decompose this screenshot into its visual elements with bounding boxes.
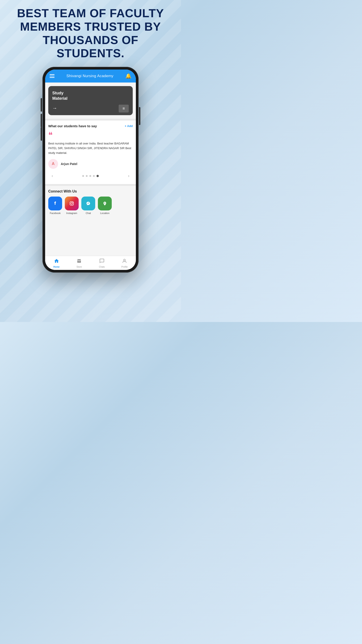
chats-icon: [99, 258, 105, 265]
svg-point-3: [104, 202, 105, 204]
carousel-dots: [82, 175, 99, 177]
study-card-icon: [119, 105, 129, 112]
dot-4[interactable]: [93, 175, 95, 177]
study-material-card[interactable]: StudyMaterial →: [48, 86, 133, 115]
nav-chats[interactable]: Chats: [90, 256, 113, 270]
facebook-item[interactable]: Facebook: [48, 196, 62, 214]
profile-icon: [122, 258, 127, 265]
app-title: Shivangi Nursing Academy: [66, 74, 113, 78]
home-icon: [54, 258, 59, 265]
chat-icon: [81, 196, 95, 210]
connect-section: Connect With Us Facebook: [45, 186, 136, 217]
bell-icon[interactable]: 🔔: [125, 73, 131, 79]
headline-section: BEST TEAM OF FACULTY MEMBERS TRUSTED BY …: [0, 0, 181, 64]
section-divider: [45, 119, 136, 120]
bottom-nav: Home Store Chats: [45, 256, 136, 270]
location-label: Location: [100, 212, 109, 214]
app-topbar: Shivangi Nursing Academy 🔔: [45, 70, 136, 82]
dot-5[interactable]: [96, 175, 99, 177]
connect-title: Connect With Us: [48, 190, 133, 194]
dot-1[interactable]: [82, 175, 84, 177]
add-button[interactable]: + Add: [125, 124, 133, 128]
instagram-item[interactable]: Instagram: [65, 196, 79, 214]
testimonials-section: What our students have to say + Add ❝ Be…: [45, 120, 136, 184]
chats-label: Chats: [99, 266, 105, 268]
study-card-arrow: →: [52, 105, 57, 111]
facebook-icon: [48, 196, 62, 210]
reviewer-avatar: A: [48, 159, 58, 169]
nav-store[interactable]: Store: [68, 256, 91, 270]
facebook-label: Facebook: [50, 212, 60, 214]
testimonial-text: Best nursing institute in all over India…: [48, 141, 133, 155]
nav-profile[interactable]: Profile: [113, 256, 136, 270]
reviewer-name: Arjun Patel: [61, 162, 77, 166]
testimonials-header: What our students have to say + Add: [48, 124, 133, 128]
phone-wrapper: Shivangi Nursing Academy 🔔 StudyMaterial…: [0, 67, 181, 272]
nav-home[interactable]: Home: [45, 256, 68, 270]
chat-item[interactable]: Chat: [81, 196, 95, 214]
dot-2[interactable]: [86, 175, 88, 177]
svg-point-1: [71, 202, 73, 204]
profile-label: Profile: [121, 266, 128, 268]
phone-screen: Shivangi Nursing Academy 🔔 StudyMaterial…: [45, 70, 136, 270]
hamburger-button[interactable]: [50, 74, 54, 78]
phone-mockup: Shivangi Nursing Academy 🔔 StudyMaterial…: [42, 67, 139, 272]
home-label: Home: [53, 266, 60, 268]
prev-arrow[interactable]: ‹: [49, 173, 55, 179]
svg-point-2: [73, 202, 73, 202]
svg-point-4: [124, 259, 125, 261]
headline-text: BEST TEAM OF FACULTY MEMBERS TRUSTED BY …: [9, 7, 172, 60]
quote-icon: ❝: [48, 131, 133, 139]
study-card-title: StudyMaterial: [52, 90, 67, 101]
reviewer: A Arjun Patel: [48, 159, 133, 169]
screen-content: StudyMaterial → What our students have t…: [45, 82, 136, 256]
instagram-label: Instagram: [66, 212, 77, 214]
store-label: Store: [76, 266, 82, 268]
chat-label: Chat: [86, 212, 91, 214]
testimonials-title: What our students have to say: [48, 124, 97, 128]
social-grid: Facebook Instagram: [48, 196, 133, 214]
store-icon: [76, 258, 82, 265]
instagram-icon: [65, 196, 79, 210]
carousel-nav: ‹ ›: [48, 173, 133, 180]
section-divider-2: [45, 184, 136, 186]
next-arrow[interactable]: ›: [126, 173, 132, 179]
location-item[interactable]: Location: [98, 196, 112, 214]
location-icon: [98, 196, 112, 210]
dot-3[interactable]: [89, 175, 91, 177]
